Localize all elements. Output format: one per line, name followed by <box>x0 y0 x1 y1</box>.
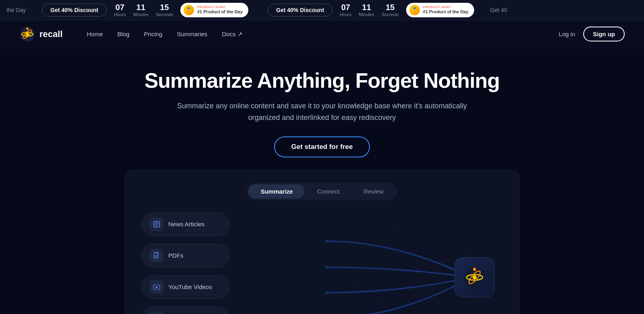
nav-summaries[interactable]: Summaries <box>177 31 207 37</box>
hero-cta-button[interactable]: Get started for free <box>274 136 369 157</box>
timer-seconds-1: 15 Seconds <box>156 3 173 17</box>
ph-text-1: PRODUCT HUNT #1 Product of the Day <box>197 6 243 14</box>
podcast-icon <box>150 312 163 314</box>
ph-badge-1[interactable]: 🏅 PRODUCT HUNT #1 Product of the Day <box>180 3 248 17</box>
timer-hours-2: 07 Hours <box>340 3 351 17</box>
hero-section: Summarize Anything, Forget Nothing Summa… <box>0 48 644 314</box>
nav-login-link[interactable]: Log in <box>559 31 575 37</box>
banner-left-partial: the Day <box>0 7 32 13</box>
demo-tabs: Summarize Connect Review <box>247 183 397 200</box>
svg-point-26 <box>485 301 485 302</box>
nav-pricing[interactable]: Pricing <box>144 31 163 37</box>
svg-point-36 <box>473 268 476 271</box>
svg-point-29 <box>326 266 327 269</box>
tab-review[interactable]: Review <box>351 184 395 198</box>
tab-connect[interactable]: Connect <box>305 184 351 198</box>
banner-right-partial: Get 40 <box>484 7 514 13</box>
ph-text-2: PRODUCT HUNT #1 Product of the Day <box>423 6 469 14</box>
discount-button-2[interactable]: Get 40% Discount <box>268 4 332 17</box>
tab-summarize[interactable]: Summarize <box>248 184 305 198</box>
content-area: News Articles PDFs <box>141 212 503 314</box>
logo-text: recall <box>39 29 63 39</box>
recall-logo-icon <box>19 26 35 42</box>
news-icon <box>150 217 163 231</box>
nav-right: Log in Sign up <box>559 27 625 41</box>
hero-title: Summarize Anything, Forget Nothing <box>144 69 500 92</box>
hero-subtitle: Summarize any online content and save it… <box>165 100 479 124</box>
nav-signup-button[interactable]: Sign up <box>583 27 625 41</box>
svg-point-24 <box>417 293 419 294</box>
visual-area <box>326 221 503 314</box>
top-banner: the Day Get 40% Discount 07 Hours 11 Min… <box>0 0 644 20</box>
item-label-youtube: YouTube Videos <box>168 283 212 290</box>
content-list: News Articles PDFs <box>141 212 318 314</box>
timer-hours-1: 07 Hours <box>114 3 126 17</box>
svg-point-4 <box>26 27 29 30</box>
svg-point-3 <box>26 33 29 36</box>
banner-partial-text: the Day <box>6 7 26 13</box>
svg-point-17 <box>343 233 344 233</box>
list-item-podcasts[interactable]: Podcasts <box>141 306 230 314</box>
demo-container: Summarize Connect Review News Artic <box>125 170 519 314</box>
timer-1: 07 Hours 11 Minutes 15 Seconds <box>114 3 173 17</box>
svg-point-18 <box>368 244 369 246</box>
ph-medal-2: 🏅 <box>409 5 420 15</box>
svg-point-19 <box>396 229 397 229</box>
item-label-pdfs: PDFs <box>168 252 184 259</box>
svg-point-22 <box>354 281 355 282</box>
list-item-news[interactable]: News Articles <box>141 212 230 236</box>
timer-seconds-2: 15 Seconds <box>382 3 399 17</box>
timer-minutes-2: 11 Minutes <box>359 3 374 17</box>
svg-point-23 <box>382 301 383 302</box>
ph-badge-2[interactable]: 🏅 PRODUCT HUNT #1 Product of the Day <box>406 3 474 17</box>
timer-2: 07 Hours 11 Minutes 15 Seconds <box>340 3 399 17</box>
banner-segment-1: Get 40% Discount 07 Hours 11 Minutes 15 … <box>32 3 258 17</box>
svg-point-35 <box>473 275 477 279</box>
svg-point-30 <box>326 291 327 294</box>
pdf-icon <box>150 249 163 262</box>
discount-button-1[interactable]: Get 40% Discount <box>42 4 107 17</box>
timer-minutes-1: 11 Minutes <box>133 3 149 17</box>
list-item-pdfs[interactable]: PDFs <box>141 244 230 268</box>
list-item-youtube[interactable]: YouTube Videos <box>141 275 230 299</box>
svg-rect-9 <box>154 252 158 258</box>
nav-home[interactable]: Home <box>87 31 103 37</box>
banner-right-text: Get 40 <box>490 7 507 13</box>
banner-track: the Day Get 40% Discount 07 Hours 11 Min… <box>0 3 644 17</box>
banner-segment-2: Get 40% Discount 07 Hours 11 Minutes 15 … <box>258 3 484 17</box>
item-label-news: News Articles <box>168 221 204 227</box>
svg-point-28 <box>326 240 327 242</box>
nav-docs[interactable]: Docs ↗ <box>222 31 242 38</box>
svg-point-21 <box>449 269 450 270</box>
center-recall-icon <box>454 257 495 297</box>
navbar: recall Home Blog Pricing Summaries Docs … <box>0 20 644 48</box>
svg-point-20 <box>432 241 433 242</box>
recall-center-logo <box>462 265 487 289</box>
nav-links: Home Blog Pricing Summaries Docs ↗ <box>87 31 559 38</box>
youtube-icon <box>150 280 163 294</box>
ph-medal-1: 🏅 <box>184 5 194 15</box>
svg-point-25 <box>467 253 468 254</box>
nav-logo[interactable]: recall <box>19 26 63 42</box>
nav-blog[interactable]: Blog <box>118 31 130 37</box>
